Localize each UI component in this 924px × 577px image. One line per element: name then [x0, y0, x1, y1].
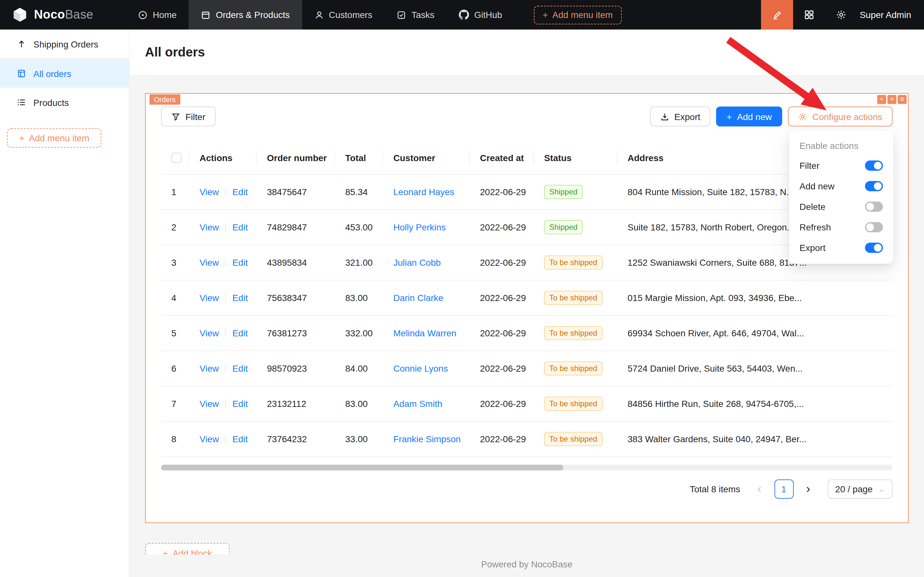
main-content: All orders Orders + + ≡ Filter: [130, 29, 924, 577]
sidebar: Shipping Orders All orders Products + Ad…: [0, 29, 130, 577]
customer-link[interactable]: Julian Cobb: [393, 257, 441, 267]
ui-editor-toggle-button[interactable]: [761, 0, 793, 29]
filter-button[interactable]: Filter: [161, 106, 216, 126]
block-designer-icons: + + ≡: [877, 95, 907, 104]
view-link[interactable]: View: [200, 328, 219, 338]
column-header-status[interactable]: Status: [534, 142, 617, 174]
export-button[interactable]: Export: [650, 106, 711, 126]
column-header-order-number[interactable]: Order number: [257, 142, 335, 174]
address-cell: 69934 Schoen River, Apt. 646, 49704, Wal…: [617, 315, 893, 350]
settings-button[interactable]: [825, 0, 857, 29]
created-at-cell: 2022-06-29: [470, 350, 534, 386]
customer-link[interactable]: Connie Lyons: [393, 363, 448, 373]
action-divider: [225, 399, 226, 408]
view-link[interactable]: View: [200, 187, 219, 197]
toggle-switch[interactable]: [865, 222, 883, 232]
customer-link[interactable]: Melinda Warren: [393, 328, 457, 338]
toggle-switch[interactable]: [865, 201, 883, 212]
row-index[interactable]: 6: [171, 363, 177, 373]
plugin-manager-button[interactable]: [793, 0, 825, 29]
block-menu-icon[interactable]: ≡: [898, 95, 907, 104]
pagination-prev-button[interactable]: ‹: [750, 479, 769, 498]
add-new-button[interactable]: + Add new: [716, 106, 782, 126]
row-index[interactable]: 5: [171, 328, 177, 338]
dropdown-item[interactable]: Add new: [789, 176, 893, 197]
dropdown-item-label: Refresh: [800, 222, 831, 232]
nav-item-home[interactable]: Home: [126, 0, 189, 29]
edit-link[interactable]: Edit: [232, 434, 248, 444]
edit-link[interactable]: Edit: [232, 398, 248, 409]
view-link[interactable]: View: [200, 434, 219, 444]
block-add-icon[interactable]: +: [887, 95, 897, 104]
created-at-cell: 2022-06-29: [470, 245, 534, 280]
column-header-customer[interactable]: Customer: [383, 142, 470, 174]
edit-link[interactable]: Edit: [232, 222, 248, 232]
table-row: 1 ViewEdit 38475647 85.34 Leonard Hayes …: [161, 174, 893, 209]
customer-link[interactable]: Darin Clarke: [393, 292, 443, 303]
row-index[interactable]: 2: [171, 222, 177, 232]
view-link[interactable]: View: [200, 257, 219, 267]
edit-link[interactable]: Edit: [232, 257, 248, 267]
edit-link[interactable]: Edit: [232, 292, 248, 303]
nav-item-tasks[interactable]: Tasks: [384, 0, 447, 29]
switch-knob: [874, 182, 882, 190]
add-block-button[interactable]: + Add block: [145, 543, 230, 554]
view-link[interactable]: View: [200, 222, 219, 232]
configure-actions-button[interactable]: Configure actions: [788, 106, 893, 126]
dropdown-item[interactable]: Export: [789, 237, 893, 258]
row-index[interactable]: 1: [171, 187, 177, 197]
column-header-created-at[interactable]: Created at: [470, 142, 534, 174]
dropdown-item[interactable]: Filter: [789, 155, 893, 176]
edit-link[interactable]: Edit: [232, 328, 248, 338]
row-index[interactable]: 4: [171, 292, 177, 303]
table-row: 8 ViewEdit 73764232 33.00 Frankie Simpso…: [161, 421, 893, 456]
view-link[interactable]: View: [200, 363, 219, 373]
column-header-total[interactable]: Total: [335, 142, 383, 174]
toggle-switch[interactable]: [865, 181, 883, 191]
row-index[interactable]: 7: [171, 398, 177, 409]
home-icon: [138, 10, 148, 19]
table-header-row: Actions Order number Total Customer Crea…: [161, 142, 893, 174]
select-all-checkbox[interactable]: [171, 153, 182, 163]
dropdown-item[interactable]: Refresh: [789, 217, 893, 237]
orders-table: Actions Order number Total Customer Crea…: [161, 142, 893, 457]
table-row: 4 ViewEdit 75638347 83.00 Darin Clarke 2…: [161, 280, 893, 315]
status-badge: To be shipped: [544, 361, 602, 375]
column-header-actions[interactable]: Actions: [189, 142, 257, 174]
sidebar-item-products[interactable]: Products: [0, 88, 129, 117]
plus-icon: +: [727, 111, 732, 122]
sidebar-item-all-orders[interactable]: All orders: [0, 59, 129, 88]
add-menu-item-button-header[interactable]: + Add menu item: [534, 5, 622, 24]
sidebar-item-label: Shipping Orders: [33, 39, 98, 49]
edit-link[interactable]: Edit: [232, 363, 248, 373]
add-block-clip: + Add block: [145, 543, 230, 554]
edit-link[interactable]: Edit: [232, 187, 248, 197]
add-menu-item-button-sidebar[interactable]: + Add menu item: [7, 128, 101, 148]
row-index[interactable]: 8: [171, 434, 177, 444]
row-index[interactable]: 3: [171, 257, 177, 267]
customer-link[interactable]: Holly Perkins: [393, 222, 446, 232]
page-size-select[interactable]: 20 / page ⌄: [827, 479, 893, 498]
customer-link[interactable]: Adam Smith: [393, 398, 443, 409]
block-add-icon[interactable]: +: [877, 95, 886, 104]
view-link[interactable]: View: [200, 398, 219, 409]
toggle-switch[interactable]: [865, 243, 883, 253]
nav-item-orders-products[interactable]: Orders & Products: [189, 0, 302, 29]
pagination-next-button[interactable]: ›: [798, 479, 818, 498]
nav-item-customers[interactable]: Customers: [302, 0, 384, 29]
action-divider: [225, 222, 226, 231]
toggle-switch[interactable]: [865, 160, 883, 171]
user-menu[interactable]: Super Admin: [857, 0, 924, 29]
nav-item-github[interactable]: GitHub: [447, 0, 514, 29]
nocobase-logo[interactable]: NocoBase: [0, 0, 126, 29]
view-link[interactable]: View: [200, 292, 219, 303]
scrollbar-thumb[interactable]: [161, 464, 563, 470]
dropdown-item[interactable]: Delete: [789, 197, 893, 217]
plus-icon: +: [542, 10, 548, 20]
top-navbar: NocoBase Home Orders & Products Customer…: [0, 0, 924, 29]
pagination-page-1[interactable]: 1: [774, 479, 794, 498]
sidebar-item-shipping-orders[interactable]: Shipping Orders: [0, 29, 129, 58]
customer-link[interactable]: Leonard Hayes: [393, 187, 454, 197]
table-row: 3 ViewEdit 43895834 321.00 Julian Cobb 2…: [161, 245, 893, 280]
customer-link[interactable]: Frankie Simpson: [393, 434, 461, 444]
